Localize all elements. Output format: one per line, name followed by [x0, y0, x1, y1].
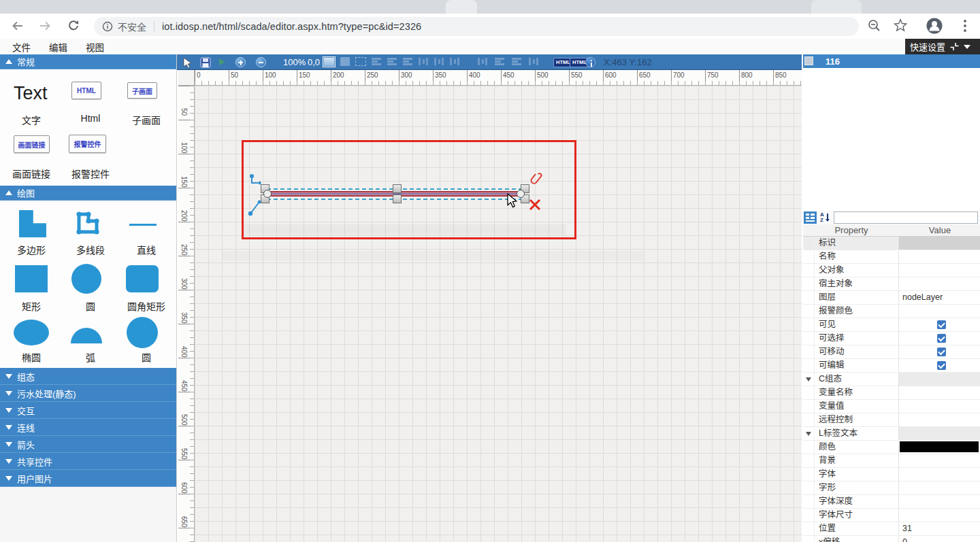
sidebar-section-general[interactable]: 常规	[0, 54, 176, 69]
property-row[interactable]: 变量名称	[803, 386, 980, 400]
browser-menu-icon[interactable]	[958, 18, 972, 33]
property-row[interactable]: 可选择	[803, 332, 980, 345]
color-swatch[interactable]	[900, 441, 979, 452]
rotate-handle-icon[interactable]	[247, 199, 263, 217]
screen-link-tool[interactable]: 画面链接	[14, 135, 50, 153]
align-right-icon[interactable]	[402, 57, 413, 66]
property-value[interactable]	[899, 277, 980, 290]
property-value[interactable]	[899, 345, 980, 358]
save-icon[interactable]	[200, 57, 211, 68]
property-value[interactable]	[899, 237, 980, 250]
property-row[interactable]: 名称	[803, 250, 980, 264]
sidebar-section-collapsed[interactable]: 连线	[0, 419, 176, 436]
property-value[interactable]	[899, 427, 980, 440]
property-value[interactable]	[899, 264, 980, 277]
checkbox-checked-icon[interactable]	[937, 361, 946, 370]
property-row[interactable]: 可移动	[803, 345, 980, 359]
browser-tab[interactable]	[446, 0, 477, 14]
sidebar-section-collapsed[interactable]: 共享控件	[0, 453, 176, 470]
property-filter-input[interactable]	[834, 211, 978, 224]
property-value[interactable]	[899, 468, 980, 481]
arc-shape-icon[interactable]	[71, 328, 102, 343]
property-row[interactable]: 字形	[803, 481, 980, 495]
align-middle-icon[interactable]	[434, 57, 444, 66]
property-row[interactable]: 可编辑	[803, 359, 980, 373]
same-width-icon[interactable]	[477, 57, 488, 66]
checkbox-checked-icon[interactable]	[937, 334, 946, 343]
property-row[interactable]: 远程控制	[803, 413, 980, 427]
forward-icon[interactable]	[38, 19, 52, 33]
align-left-icon[interactable]	[371, 57, 382, 66]
zoom-in-icon[interactable]	[235, 57, 246, 67]
property-row[interactable]: 标识	[803, 237, 980, 250]
canvas-view-icon[interactable]	[323, 56, 336, 67]
line-endpoint-handle[interactable]	[263, 190, 272, 198]
delete-x-icon[interactable]	[528, 198, 542, 211]
back-icon[interactable]	[11, 19, 24, 33]
checkbox-checked-icon[interactable]	[937, 320, 946, 329]
property-value[interactable]	[899, 454, 980, 467]
property-row[interactable]: 位置31	[803, 522, 980, 536]
property-value[interactable]	[899, 386, 980, 399]
html-tool[interactable]: HTML	[71, 82, 101, 99]
connect-anchor-icon[interactable]	[249, 173, 263, 187]
info-icon[interactable]	[102, 21, 113, 32]
property-row[interactable]: 字体	[803, 468, 980, 481]
quick-settings-button[interactable]: 快速设置	[905, 39, 980, 54]
property-value[interactable]: nodeLayer	[899, 291, 980, 304]
bookmark-star-icon[interactable]	[894, 18, 909, 33]
property-value[interactable]	[899, 250, 980, 263]
tree-selected-node[interactable]: 116	[803, 54, 980, 68]
categorize-icon[interactable]	[804, 211, 817, 224]
ellipse-shape-icon[interactable]	[14, 320, 49, 345]
menu-file[interactable]: 文件	[12, 40, 31, 54]
sort-alpha-icon[interactable]: A Z	[819, 211, 832, 224]
property-row[interactable]: 图层nodeLayer	[803, 291, 980, 305]
same-height-icon[interactable]	[494, 57, 505, 66]
polyline-shape-icon[interactable]	[72, 207, 103, 239]
property-row[interactable]: C组态	[803, 373, 980, 386]
property-value[interactable]: 31	[899, 522, 980, 535]
sidebar-section-collapsed[interactable]: 用户图片	[0, 470, 176, 487]
property-value[interactable]	[899, 495, 980, 508]
sidebar-section-collapsed[interactable]: 箭头	[0, 436, 176, 453]
circle2-shape-icon[interactable]	[127, 317, 158, 348]
zoom-out-page-icon[interactable]	[867, 18, 882, 33]
distribute-h-icon[interactable]	[511, 57, 522, 66]
property-value[interactable]	[899, 509, 980, 522]
multi-select-icon[interactable]	[355, 57, 366, 66]
property-row[interactable]: 字体尺寸	[803, 509, 980, 522]
property-value[interactable]: 0	[899, 536, 980, 542]
property-value[interactable]	[899, 481, 980, 494]
menu-view[interactable]: 视图	[86, 40, 104, 54]
property-value[interactable]	[899, 441, 980, 454]
property-row[interactable]: 可见	[803, 318, 980, 332]
run-icon[interactable]	[219, 58, 225, 65]
sidebar-section-collapsed[interactable]: 污水处理(静态)	[0, 385, 176, 402]
circle-shape-icon[interactable]	[71, 264, 101, 294]
property-value[interactable]	[899, 373, 980, 386]
property-value[interactable]	[899, 400, 980, 413]
property-value[interactable]	[899, 318, 980, 331]
menu-edit[interactable]: 编辑	[49, 40, 67, 54]
checkbox-checked-icon[interactable]	[937, 348, 946, 356]
sidebar-section-drawing[interactable]: 绘图	[0, 186, 176, 201]
browser-tab[interactable]	[811, 0, 862, 14]
text-tool-preview[interactable]: Text	[14, 83, 48, 104]
align-center-icon[interactable]	[387, 57, 397, 66]
attach-paperclip-icon[interactable]	[529, 172, 544, 188]
sidebar-section-collapsed[interactable]: 交互	[0, 402, 176, 419]
object-tree[interactable]	[803, 68, 980, 211]
property-row[interactable]: 宿主对象	[803, 277, 980, 291]
property-value[interactable]	[899, 332, 980, 345]
property-row[interactable]: 字体深度	[803, 495, 980, 509]
property-row[interactable]: 颜色	[803, 441, 980, 454]
select-cursor-icon[interactable]	[182, 57, 193, 69]
property-value[interactable]	[899, 359, 980, 372]
alarm-control-tool[interactable]: 报警控件	[69, 135, 106, 153]
polygon-shape-icon[interactable]	[19, 210, 46, 237]
zoom-out-icon[interactable]	[256, 57, 266, 67]
distribute-v-icon[interactable]	[528, 57, 539, 66]
property-row[interactable]: 父对象	[803, 264, 980, 277]
align-bottom-icon[interactable]	[449, 57, 460, 66]
